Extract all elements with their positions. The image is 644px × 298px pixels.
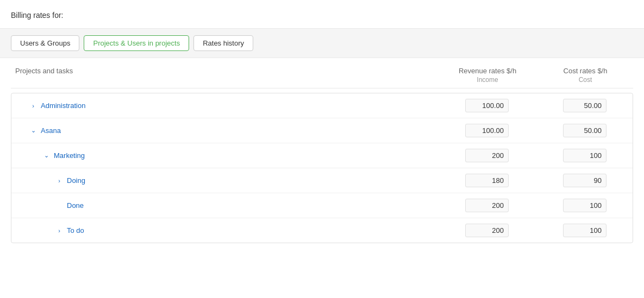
row-done-revenue-cell <box>433 199 541 212</box>
row-todo-cost-cell <box>541 224 628 237</box>
row-doing-text: Doing <box>67 176 85 185</box>
row-asana-cost-input[interactable] <box>563 124 607 137</box>
row-administration-revenue-input[interactable] <box>465 99 509 112</box>
row-done-cost-cell <box>541 199 628 212</box>
chevron-down-icon[interactable]: ⌄ <box>29 126 37 135</box>
tabs-bar: Users & Groups Projects & Users in proje… <box>0 28 644 58</box>
row-doing-cost-input[interactable] <box>563 174 607 187</box>
row-done-text: Done <box>67 201 84 210</box>
row-todo-revenue-input[interactable] <box>465 224 509 237</box>
table-row: ⌄ Marketing <box>11 143 633 168</box>
row-administration-label: › Administration <box>16 102 433 110</box>
page-wrapper: Billing rates for: Users & Groups Projec… <box>0 0 644 298</box>
row-done-label: › Done <box>16 201 433 210</box>
row-administration-text: Administration <box>41 102 85 110</box>
row-done-revenue-input[interactable] <box>465 199 509 212</box>
billing-title: Billing rates for: <box>0 11 644 28</box>
chevron-down-icon[interactable]: ⌄ <box>42 151 51 160</box>
col-projects-label: Projects and tasks <box>15 67 433 75</box>
tab-projects-users[interactable]: Projects & Users in projects <box>84 35 189 51</box>
row-doing-revenue-input[interactable] <box>465 174 509 187</box>
table-row: › Doing <box>11 168 633 193</box>
chevron-right-icon[interactable]: › <box>55 226 64 235</box>
row-administration-cost-cell <box>541 99 628 112</box>
row-marketing-label: ⌄ Marketing <box>16 151 433 160</box>
table-row: › Administration <box>11 93 633 118</box>
table-row: › To do <box>11 218 633 243</box>
tab-rates-history[interactable]: Rates history <box>193 35 253 51</box>
row-done-cost-input[interactable] <box>563 199 607 212</box>
row-marketing-revenue-input[interactable] <box>465 149 509 162</box>
row-marketing-cost-cell <box>541 149 628 162</box>
col-cost-sublabel: Cost <box>542 76 629 84</box>
row-administration-cost-input[interactable] <box>563 99 607 112</box>
table-body: › Administration ⌄ Asana <box>11 93 633 243</box>
row-marketing-cost-input[interactable] <box>563 149 607 162</box>
row-asana-revenue-input[interactable] <box>465 124 509 137</box>
row-doing-revenue-cell <box>433 174 541 187</box>
row-todo-revenue-cell <box>433 224 541 237</box>
row-administration-revenue-cell <box>433 99 541 112</box>
table-header-row1: Projects and tasks Revenue rates $/h Cos… <box>11 67 633 76</box>
table-row: ⌄ Asana <box>11 118 633 143</box>
content-area: Projects and tasks Revenue rates $/h Cos… <box>0 58 644 243</box>
col-cost-label: Cost rates $/h <box>542 67 629 75</box>
chevron-right-icon[interactable]: › <box>55 176 64 185</box>
row-todo-text: To do <box>67 226 84 234</box>
tab-users-groups[interactable]: Users & Groups <box>11 35 79 51</box>
chevron-right-icon[interactable]: › <box>29 102 37 110</box>
row-todo-cost-input[interactable] <box>563 224 607 237</box>
row-asana-cost-cell <box>541 124 628 137</box>
row-doing-cost-cell <box>541 174 628 187</box>
row-todo-label: › To do <box>16 226 433 235</box>
row-marketing-text: Marketing <box>54 151 85 160</box>
row-asana-label: ⌄ Asana <box>16 126 433 135</box>
row-doing-label: › Doing <box>16 176 433 185</box>
row-asana-revenue-cell <box>433 124 541 137</box>
col-revenue-label: Revenue rates $/h <box>433 67 542 75</box>
table-header-row2: Income Cost <box>11 76 633 88</box>
row-marketing-revenue-cell <box>433 149 541 162</box>
row-asana-text: Asana <box>41 126 61 135</box>
table-row: › Done <box>11 193 633 218</box>
col-income-sublabel: Income <box>433 76 542 84</box>
